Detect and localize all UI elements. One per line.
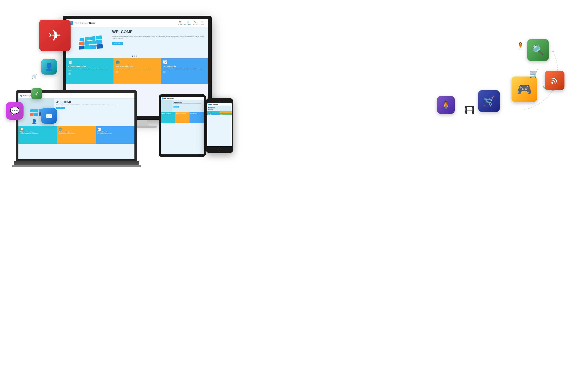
laptop-card-3[interactable]: 📈 Sed malesuada Cras dignissim, nulla ac…: [96, 126, 134, 144]
phone-device: Your Company Name WELCOME Maecenas egest…: [206, 98, 233, 153]
phone-card-4[interactable]: Lorem: [219, 113, 232, 115]
app-icon-user-orange: 👤: [30, 118, 38, 126]
tile-7: [90, 40, 96, 45]
app-icon-plane[interactable]: ✈: [39, 20, 70, 51]
laptop-cards: 📋 Aliquam eratvolution Vestibulum ante i…: [18, 126, 134, 144]
tablet-card-3[interactable]: Sed malesuada Cras dignissim nulla.: [190, 112, 204, 123]
nav-blog[interactable]: ✏️ BLOG: [193, 21, 197, 25]
home-icon: 🏠: [179, 21, 182, 23]
nav-home[interactable]: 🏠 HOME: [178, 21, 182, 25]
app-icon-search[interactable]: 🔍: [527, 39, 549, 61]
cart-right-icon: 🛒: [529, 69, 539, 78]
tablet-hero-img: [161, 100, 173, 112]
laptop-welcome-title: WELCOME: [56, 100, 132, 104]
app-icon-mail[interactable]: ✉️: [41, 108, 57, 124]
tile-12: [96, 44, 103, 49]
tablet-logo: Your Company Name: [162, 98, 174, 99]
card-3-text: Cras dignissim, nulla ac rhoncus imperdi…: [163, 68, 206, 70]
laptop-card-3-text: Cras dignissim, nulla ac rhoncus.: [97, 133, 133, 134]
card-2-arrow[interactable]: ›: [116, 71, 118, 73]
tile-10: [84, 45, 90, 49]
check-icon: ✓: [35, 91, 39, 97]
card-3-icon: 📈: [163, 60, 206, 65]
cards-section: 📋 Aliquam eratvolution Vestibulum ante i…: [66, 58, 208, 84]
laptop-card-1[interactable]: 📋 Aliquam eratvolution Vestibulum ante i…: [18, 126, 57, 144]
laptop-welcome-text: Maecenas egestas sapien sit amet magna l…: [56, 104, 132, 105]
dot-2[interactable]: [134, 56, 135, 57]
app-icon-cart-blue[interactable]: 🛒: [478, 90, 500, 112]
tile-2: [84, 37, 90, 41]
tablet-card-2[interactable]: Maecenas vel dictum Nulla odio purus.: [175, 112, 189, 123]
phone-card-3[interactable]: Sed male: [207, 113, 219, 115]
card-2-text: Nulla odio purus, hendrerit ut facilisis…: [116, 68, 159, 70]
svg-point-1: [552, 51, 554, 52]
app-icon-chat[interactable]: 💬: [6, 102, 23, 120]
svg-point-0: [551, 82, 553, 84]
read-more-button[interactable]: Read More: [112, 42, 123, 45]
tablet-hero: WELCOME Maecenas egestas sapien sit amet…: [161, 100, 204, 112]
phone-read-more[interactable]: Read More: [208, 109, 213, 110]
card-3-title: Sed malesuada: [163, 65, 206, 67]
rss-icon: [550, 76, 559, 85]
laptop-card-1-title: Aliquam eratvolution: [20, 131, 56, 133]
laptop-device: Your Company N... WELCOME Maec: [16, 90, 137, 169]
contact-icon: ✉️: [201, 21, 203, 23]
site-logo: Your Company Name: [69, 21, 95, 25]
search-icon: 🔍: [532, 44, 544, 56]
tablet-site-header: Your Company Name: [161, 97, 204, 100]
tablet-frame: Your Company Name WELCOME Maecenas egest…: [159, 94, 206, 157]
nav-contact[interactable]: ✉️ CONTACT: [199, 21, 205, 25]
card-3-arrow[interactable]: ›: [163, 71, 166, 73]
card-1-arrow[interactable]: ›: [68, 72, 71, 75]
card-1-title: Aliquam eratvolution: [68, 65, 112, 67]
laptop-hero-content: WELCOME Maecenas egestas sapien sit amet…: [54, 98, 134, 126]
mail-icon: ✉️: [46, 113, 53, 119]
phone-card-2[interactable]: Maecenas: [219, 111, 232, 113]
tablet-card-1[interactable]: Aliquam eratvolution Vestibulum ante ips…: [161, 112, 175, 123]
dot-3[interactable]: [136, 56, 137, 57]
laptop-card-2-icon: 🌐: [59, 127, 94, 131]
nav-about[interactable]: 📄 ABOUT US: [184, 21, 191, 25]
company-prefix: Your Company Name: [74, 22, 95, 24]
phone-card-1[interactable]: Aliquam: [207, 111, 219, 113]
tablet-welcome-text: Maecenas egestas sapien sit amet magna l…: [173, 103, 203, 104]
blog-icon: ✏️: [194, 21, 196, 23]
chat-icon: 💬: [10, 106, 20, 115]
laptop-bottom: [14, 161, 139, 165]
nav-bar: 🏠 HOME 📄 ABOUT US ✏️ BLOG ✉️ CONTACT: [178, 21, 205, 25]
laptop-card-2-title: Maecenas vel dictum: [59, 131, 94, 133]
tablet-screen: Your Company Name WELCOME Maecenas egest…: [161, 97, 204, 154]
laptop-read-more[interactable]: Read More: [56, 107, 65, 109]
phone-camera: [219, 101, 220, 102]
app-icon-profile[interactable]: 👤: [41, 59, 57, 75]
card-3[interactable]: 📈 Sed malesuada Cras dignissim, nulla ac…: [161, 58, 208, 84]
phone-home-button[interactable]: [218, 148, 221, 151]
tablet-welcome-title: WELCOME: [173, 101, 203, 103]
card-2-icon: 🌐: [116, 60, 159, 65]
tile-11: [90, 45, 96, 49]
hero-image: FEEDBACK: [66, 27, 109, 58]
cart-small-icon: 🛒: [32, 74, 37, 79]
cart-blue-icon: 🛒: [483, 95, 496, 107]
film-icon: 🎞: [464, 105, 474, 117]
plane-icon: ✈: [48, 26, 62, 45]
profile-icon: 👤: [45, 63, 54, 71]
tablet-read-more[interactable]: Read More: [173, 106, 179, 107]
about-icon: 📄: [186, 21, 189, 23]
laptop-card-2[interactable]: 🌐 Maecenas vel dictum Nulla odio purus, …: [57, 126, 96, 144]
gamepad-icon: 🎮: [517, 82, 532, 96]
app-icon-person-blue: 🧍: [516, 41, 525, 51]
card-1-text: Vestibulum ante ipsum primis in faucibus…: [68, 68, 112, 71]
app-icon-cart-small[interactable]: 🛒: [30, 73, 38, 81]
hero-body: Maecenas egestas sapien sit amet magna l…: [112, 35, 205, 39]
dot-1[interactable]: [132, 56, 133, 57]
tablet-hero-content: WELCOME Maecenas egestas sapien sit amet…: [173, 100, 204, 112]
app-icon-rss[interactable]: [545, 71, 565, 90]
tile-8: [96, 39, 102, 44]
app-icon-person-purple[interactable]: 🧍: [437, 96, 455, 114]
laptop-globe-icon: [20, 95, 22, 97]
card-2[interactable]: 🌐 Maecenas vel dictum Nulla odio purus, …: [114, 58, 161, 84]
tile-6: [84, 41, 90, 45]
card-1[interactable]: 📋 Aliquam eratvolution Vestibulum ante i…: [66, 58, 114, 84]
app-icon-check[interactable]: ✓: [31, 88, 42, 99]
